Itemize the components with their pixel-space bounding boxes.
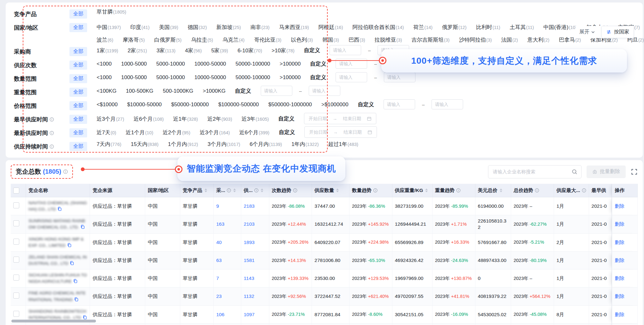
- filter-option[interactable]: 意大利(2): [528, 36, 550, 44]
- filter-option[interactable]: <1000: [97, 60, 112, 67]
- filter-option[interactable]: 近2个月(95): [163, 128, 190, 136]
- delete-link[interactable]: 删除: [615, 203, 624, 209]
- filter-option[interactable]: 500-1000KG: [163, 87, 193, 94]
- filter-all-chip[interactable]: 全部: [69, 101, 87, 110]
- custom-min-input[interactable]: [384, 99, 415, 109]
- filter-option[interactable]: 5000-10000: [156, 60, 185, 67]
- filter-all-chip[interactable]: 全部: [69, 61, 87, 70]
- filter-option[interactable]: 巴西(3): [349, 36, 365, 44]
- filter-option[interactable]: 100-500KG: [126, 87, 153, 94]
- filter-option[interactable]: 近7天(0): [97, 128, 116, 136]
- filter-option[interactable]: 吉尔吉斯斯坦(3): [411, 36, 450, 44]
- filter-option[interactable]: 近3个月(164): [200, 128, 230, 136]
- filter-option[interactable]: 3个月内(1017): [207, 140, 240, 148]
- info-icon[interactable]: [373, 188, 378, 193]
- filter-option[interactable]: 5家(39): [211, 46, 228, 54]
- filter-option[interactable]: 白俄罗斯(5): [154, 36, 182, 44]
- copy-icon[interactable]: [73, 279, 78, 285]
- company-name-cell[interactable]: SICHUAN LESHIN FUHUA TONGDA AGRICULTURE: [26, 270, 90, 287]
- filter-option[interactable]: 韩国(3): [322, 36, 339, 44]
- filter-option[interactable]: 近3个月(27): [97, 115, 124, 123]
- company-name-cell[interactable]: SUNRISING MATANG RAINBOW CHEMICAL CO., L…: [26, 215, 90, 233]
- filter-option[interactable]: 近2年(903): [207, 115, 232, 123]
- filter-option[interactable]: 新加坡(25): [216, 23, 241, 31]
- row-checkbox[interactable]: [13, 202, 19, 208]
- filter-option[interactable]: 5000-10000: [156, 74, 185, 81]
- sort-carets-icon[interactable]: [425, 189, 428, 192]
- date-range-picker[interactable]: 开始日期→结束日期: [304, 113, 377, 124]
- filter-option[interactable]: 1个月内(912): [168, 140, 198, 148]
- custom-min-input[interactable]: [261, 86, 292, 96]
- filter-option[interactable]: $500000-1000000: [268, 101, 312, 108]
- info-icon[interactable]: [456, 188, 461, 193]
- info-icon[interactable]: [63, 169, 68, 174]
- info-icon[interactable]: [535, 188, 539, 193]
- custom-label[interactable]: 自定义: [304, 47, 320, 54]
- filter-option[interactable]: 俄罗斯(12): [442, 23, 467, 31]
- info-icon[interactable]: [50, 131, 54, 135]
- info-icon[interactable]: [50, 144, 54, 149]
- filter-option[interactable]: 6个月内(1139): [250, 140, 282, 148]
- filter-option[interactable]: 3家(113): [157, 46, 176, 54]
- filter-option[interactable]: 50000-100000: [236, 74, 270, 81]
- expand-toggle[interactable]: 展开: [579, 29, 595, 35]
- filter-option[interactable]: 美国(39): [159, 23, 178, 31]
- copy-icon[interactable]: [57, 206, 62, 213]
- custom-max-input[interactable]: [432, 99, 463, 109]
- info-icon[interactable]: [582, 188, 586, 193]
- filter-option[interactable]: 印度(41): [130, 23, 150, 31]
- filter-option[interactable]: 摩洛哥(5): [123, 36, 145, 44]
- row-checkbox[interactable]: [13, 239, 19, 245]
- delete-link[interactable]: 删除: [615, 221, 624, 227]
- filter-option[interactable]: 15天内(838): [131, 140, 158, 148]
- filter-option[interactable]: 以色列(3): [291, 36, 313, 44]
- filter-option[interactable]: $100000-500000: [218, 101, 259, 108]
- custom-label[interactable]: 自定义: [278, 115, 295, 122]
- sort-carets-icon[interactable]: [500, 189, 502, 192]
- fullscreen-icon[interactable]: [631, 168, 638, 175]
- filter-option[interactable]: 近1个月(10): [126, 128, 153, 136]
- buyers-count-cell[interactable]: 63: [214, 252, 241, 270]
- by-country-button[interactable]: 按国家: [601, 26, 634, 38]
- supply-times-cell[interactable]: 1097: [241, 306, 269, 324]
- supply-times-cell[interactable]: 1581: [241, 252, 269, 270]
- filter-option[interactable]: 超过1年(483): [328, 140, 358, 148]
- filter-option[interactable]: 6-10家(70): [237, 46, 262, 54]
- row-checkbox[interactable]: [13, 311, 19, 317]
- filter-option[interactable]: 马来西亚(19): [279, 23, 309, 31]
- custom-label[interactable]: 自定义: [279, 129, 295, 136]
- filter-option[interactable]: 近1年(328): [173, 115, 198, 123]
- filter-option[interactable]: 近6个月(108): [134, 115, 164, 123]
- date-range-picker[interactable]: 开始日期→结束日期: [304, 126, 377, 138]
- row-checkbox[interactable]: [13, 257, 19, 263]
- company-name-cell[interactable]: NAVITAS CHEMICAL (SHANGHAI) CO., LTD: [26, 197, 90, 215]
- supply-times-cell[interactable]: 2103: [241, 215, 269, 233]
- buyers-count-cell[interactable]: 9: [214, 197, 241, 215]
- delete-link[interactable]: 删除: [615, 293, 624, 299]
- search-icon[interactable]: [572, 169, 577, 175]
- delete-link[interactable]: 删除: [615, 276, 624, 281]
- filter-option[interactable]: >100000: [280, 74, 301, 81]
- filter-option[interactable]: <$10000: [97, 101, 118, 108]
- filter-option[interactable]: 1000-5000: [121, 74, 147, 81]
- sort-carets-icon[interactable]: [336, 189, 339, 192]
- batch-delete-button[interactable]: 批量删除: [587, 165, 626, 178]
- supply-times-cell[interactable]: 1893: [241, 234, 269, 252]
- sort-carets-icon[interactable]: [205, 189, 207, 192]
- filter-option[interactable]: 荷兰(14): [413, 23, 432, 31]
- horizontal-scrollbar-thumb[interactable]: [11, 320, 96, 322]
- row-checkbox[interactable]: [13, 220, 19, 226]
- filter-option[interactable]: 1年内(1322): [291, 140, 319, 148]
- delete-link[interactable]: 删除: [615, 258, 624, 263]
- filter-all-chip[interactable]: 全部: [69, 9, 87, 19]
- filter-option[interactable]: <100KG: [97, 87, 116, 94]
- custom-min-input[interactable]: [336, 72, 367, 82]
- buyers-count-cell[interactable]: 7: [214, 270, 241, 287]
- filter-option[interactable]: 乌克兰(4): [223, 36, 245, 44]
- filter-option[interactable]: $50000-100000: [171, 101, 209, 108]
- custom-label[interactable]: 自定义: [358, 101, 374, 108]
- custom-label[interactable]: 自定义: [235, 87, 251, 95]
- filter-option[interactable]: 50000-100000: [236, 60, 270, 67]
- filter-option[interactable]: >10家(78): [271, 46, 295, 54]
- custom-label[interactable]: 自定义: [310, 74, 326, 81]
